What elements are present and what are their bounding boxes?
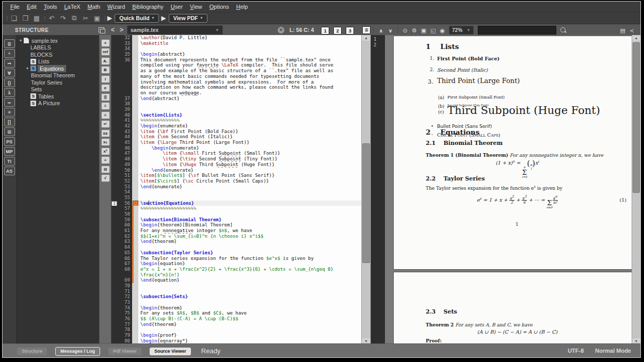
editor-row[interactable]: 55 xyxy=(111,195,361,201)
open-file-icon[interactable]: ❐ xyxy=(20,13,30,23)
structure-list-icon[interactable]: ≣ xyxy=(362,26,371,34)
editor-row[interactable]: as a good example of the basic structure… xyxy=(111,68,361,74)
italic-icon[interactable]: i xyxy=(101,75,110,83)
structure-item-sample-tex[interactable]: ▾sample.tex xyxy=(17,37,99,44)
editor-row[interactable]: 37\end{abstract} xyxy=(111,96,361,102)
menu-help[interactable]: Help xyxy=(233,3,252,11)
editor-row[interactable]: 76$$ (A\cup B)-(C-A) = A \cup (B-C)$$ xyxy=(111,316,361,322)
zoom-icon[interactable]: ⚙ xyxy=(410,27,419,34)
bookmark-3-button[interactable]: 3 xyxy=(346,27,354,35)
new-file-icon[interactable]: ❏ xyxy=(9,13,19,23)
greek-letters-icon[interactable]: λ xyxy=(4,88,15,97)
menu-tools[interactable]: Tools xyxy=(40,3,61,11)
metapost-icon[interactable]: MP xyxy=(4,147,15,156)
actual-size-icon[interactable]: ⊙ xyxy=(401,27,410,34)
unicode-symbols-icon[interactable]: ⊞ xyxy=(4,127,15,136)
editor-row[interactable]: 33\maketitle xyxy=(111,41,361,46)
quick-build-button[interactable]: Quick Build▾ xyxy=(115,14,158,23)
pdf-vertical-scrollbar[interactable]: ▲ ▼ xyxy=(632,35,640,344)
editor-row[interactable]: 36This document represents the output fr… xyxy=(111,57,361,63)
pdf-page-list[interactable]: 12 xyxy=(371,35,385,344)
structure-item-blocks[interactable]: BLOCKS xyxy=(17,51,99,58)
editor-row[interactable]: 80\begin{eqnarray*} xyxy=(111,338,361,344)
editor-row[interactable]: many of the most basic commands needed f… xyxy=(111,74,361,79)
editor-row[interactable]: \frac{x^n}{n!} xyxy=(111,272,361,278)
editor-row[interactable]: 43\item {\bf First Point (Bold Face)} xyxy=(111,129,361,135)
sqrt-icon[interactable]: √ xyxy=(101,174,110,182)
paste-icon[interactable]: ▣ xyxy=(92,13,102,23)
editor-row[interactable]: 70 xyxy=(111,283,361,289)
footnote-icon[interactable]: A. xyxy=(101,57,110,65)
editor-row[interactable]: 39 xyxy=(111,107,361,112)
editor-row[interactable]: 32\author{David P. Little} xyxy=(111,35,361,41)
run-icon[interactable]: ▶ xyxy=(107,14,112,22)
editor-row[interactable]: 156-\section{Equations} xyxy=(111,201,361,206)
fit-page-icon[interactable]: ◱ xyxy=(428,27,438,34)
editor-row[interactable]: 46 \begin{enumerate} xyxy=(111,145,361,151)
copy-icon[interactable]: ⧉ xyxy=(69,13,79,23)
menu-view[interactable]: View xyxy=(186,3,206,11)
bookmark-2-button[interactable]: 2 xyxy=(333,27,342,35)
editor-row[interactable]: 51\item[$\bullet$] {\sf Bullet Point (Sa… xyxy=(111,173,361,178)
superscript-icon[interactable]: x² xyxy=(101,147,110,155)
label-icon[interactable]: + xyxy=(101,39,110,47)
status-tab-structure[interactable]: Structure xyxy=(17,348,47,355)
editor-row[interactable]: 62$$(1+x)^n = \sum_{i=0}^n {n \choose i}… xyxy=(111,234,361,239)
fit-width-icon[interactable]: ▣ xyxy=(419,27,428,34)
editor-scroll-thumb[interactable] xyxy=(362,143,370,263)
enumerate-icon[interactable]: ≡ xyxy=(101,102,110,110)
misc-symbols-icon[interactable]: ∀ xyxy=(4,69,15,77)
special-symbols-icon[interactable]: ✳ xyxy=(4,108,15,117)
pdf-viewer[interactable]: 1 Lists 1.First Point (Bold Face)2.Secon… xyxy=(385,35,640,344)
editor-row[interactable]: 73 xyxy=(111,300,361,305)
itemize-icon[interactable]: ≣ xyxy=(101,93,110,101)
editor-row[interactable]: 68e^x = 1 + x + \frac{x^2}{2} + \frac{x^… xyxy=(111,267,361,272)
editor-row[interactable]: 65\subsection{Taylor Series} xyxy=(111,250,361,256)
scroll-up-icon[interactable]: ▲ xyxy=(632,35,640,41)
open-file-selector[interactable]: sample.tex▼ xyxy=(127,25,223,35)
menu-wizard[interactable]: Wizard xyxy=(104,3,128,11)
editor-row[interactable]: 49 \item {\Huge Third Subpoint (Huge Fon… xyxy=(111,162,361,168)
editor-row[interactable]: 42\begin{enumerate} xyxy=(111,123,361,129)
editor-row[interactable]: involving mathematical symbols and expre… xyxy=(111,79,361,85)
frac-icon[interactable]: ÷ xyxy=(101,156,110,164)
editor-row[interactable]: 58 xyxy=(111,211,361,217)
next-document-icon[interactable]: > xyxy=(117,26,126,34)
structure-item-lists[interactable]: SLists xyxy=(17,58,99,65)
editor-row[interactable]: 66The Taylor series expansion for the fu… xyxy=(111,256,361,261)
relation-symbols-icon[interactable]: ÷ xyxy=(4,49,15,58)
pstricks-icon[interactable]: PS xyxy=(4,137,15,146)
delimiters-icon[interactable]: () xyxy=(4,78,15,87)
editor-row[interactable]: 79\begin{proof} xyxy=(111,333,361,338)
status-tab-source-viewer[interactable]: Source Viewer xyxy=(150,348,191,355)
description-icon[interactable]: ≡ xyxy=(101,111,110,119)
editor-row[interactable]: 40\section{Lists} xyxy=(111,112,361,118)
status-tab-pdf-viewer[interactable]: Pdf Viewer xyxy=(108,348,141,355)
cut-icon[interactable]: ✂ xyxy=(81,13,91,23)
structure-item-labels[interactable]: LABELS xyxy=(17,44,99,52)
pdf-scroll-thumb[interactable] xyxy=(633,42,640,193)
pdf-search-input[interactable] xyxy=(478,26,556,35)
redo-icon[interactable]: ↷ xyxy=(58,13,68,23)
editor-row[interactable]: 47 \item {\small First Subpoint (Small F… xyxy=(111,151,361,156)
menu-user[interactable]: User xyxy=(167,3,186,11)
editor-row[interactable]: 60\begin{theorem}[Binomial Theorem] xyxy=(111,222,361,228)
pdf-zoom-selector[interactable]: 72%▼ xyxy=(449,26,474,35)
menu-options[interactable]: Options xyxy=(206,3,233,11)
status-tab-messages-log[interactable]: Messages / Log xyxy=(55,347,100,356)
editor-row[interactable]: 41%%%%%%%%%%%%%% xyxy=(111,118,361,123)
menu-math[interactable]: Math xyxy=(84,3,104,11)
detach-panel-icon[interactable] xyxy=(99,27,104,32)
most-used-symbols-icon[interactable]: ≣ xyxy=(4,39,15,48)
undo-icon[interactable]: ↶ xyxy=(46,13,57,23)
structure-item-a-picture[interactable]: SA Picture xyxy=(17,100,99,107)
editor-row[interactable]: 59\subsection{Binomial Theorem} xyxy=(111,217,361,223)
editor-row[interactable]: 35\begin{abstract} xyxy=(111,52,361,57)
menu-bibliography[interactable]: Bibliography xyxy=(128,3,167,11)
editor-row[interactable]: 63\end{theorem} xyxy=(111,239,361,244)
print-icon[interactable]: ▤ xyxy=(618,27,627,34)
scroll-up-icon[interactable]: ▲ xyxy=(362,35,371,41)
arrow-symbols-icon[interactable]: ⇒ xyxy=(4,59,15,68)
smallcaps-icon[interactable]: ss xyxy=(101,129,110,137)
menu-edit[interactable]: Edit xyxy=(23,3,40,11)
